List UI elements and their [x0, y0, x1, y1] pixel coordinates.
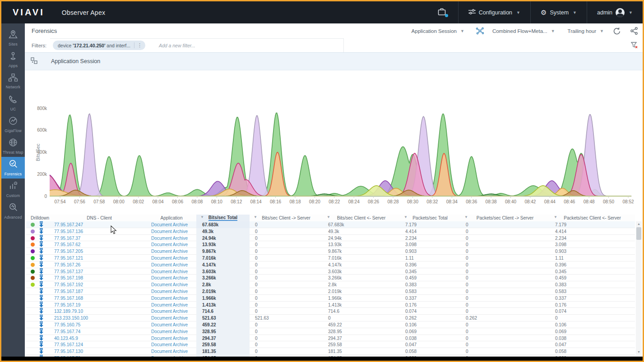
- application-link[interactable]: Document Archive: [147, 348, 196, 355]
- scroll-down-icon[interactable]: ▼: [636, 349, 642, 355]
- briefcase-button[interactable]: [426, 1, 458, 23]
- area-chart[interactable]: Bits/Sec0200k400k600k800k07:5407:5607:58…: [26, 69, 636, 210]
- dns-client-link[interactable]: 77.95.167.168: [52, 295, 147, 302]
- table-row[interactable]: 77.95.167.168Document Archive1.966k01.96…: [26, 295, 635, 302]
- drilldown-icon[interactable]: [39, 268, 44, 275]
- table-row[interactable]: 77.95.167.198Document Archive3.266k03.26…: [26, 275, 635, 281]
- drilldown-icon[interactable]: [39, 302, 44, 308]
- drilldown-icon[interactable]: [39, 348, 44, 355]
- table-row[interactable]: 132.189.79.10Document Archive714.60714.6…: [26, 308, 635, 315]
- table-row[interactable]: 213.233.150.100Document Archive521.63521…: [26, 315, 635, 321]
- sidebar-item-advanced[interactable]: Advanced: [1, 200, 25, 222]
- table-row[interactable]: 77.95.167.26Document Archive4.147k04.147…: [26, 261, 635, 268]
- column-menu-icon[interactable]: ▼: [254, 215, 257, 219]
- drilldown-icon[interactable]: [39, 308, 44, 315]
- drilldown-icon[interactable]: [39, 321, 44, 328]
- dns-client-link[interactable]: 77.95.167.74: [52, 328, 147, 335]
- share-icon[interactable]: [629, 26, 639, 36]
- application-link[interactable]: Document Archive: [147, 228, 196, 235]
- application-link[interactable]: Document Archive: [147, 302, 196, 308]
- dns-client-link[interactable]: 213.233.150.100: [52, 315, 147, 321]
- column-header-bits-sec-total[interactable]: ▼Bits/sec Total: [196, 215, 250, 221]
- dns-client-link[interactable]: 77.95.167.121: [52, 255, 147, 261]
- table-row[interactable]: 77.95.167.74Document Archive328.950328.9…: [26, 328, 635, 335]
- application-link[interactable]: Document Archive: [147, 268, 196, 275]
- drilldown-icon[interactable]: [39, 235, 44, 242]
- dns-client-link[interactable]: 77.95.167.124: [52, 341, 147, 348]
- dns-client-link[interactable]: 77.95.167.37: [52, 235, 147, 242]
- column-header-bits-sec-client-server[interactable]: ▼Bits/sec Client -> Server: [250, 215, 323, 221]
- sidebar-item-gigaflow[interactable]: GigaFlow: [1, 114, 25, 135]
- sidebar-item-threat-map[interactable]: Threat Map: [1, 135, 25, 157]
- dns-client-link[interactable]: 40.123.45.9: [52, 335, 147, 342]
- dns-client-link[interactable]: 77.95.167.192: [52, 281, 147, 288]
- dns-client-link[interactable]: 77.95.167.26: [52, 261, 147, 268]
- drilldown-icon[interactable]: [39, 288, 44, 295]
- sidebar-item-custom[interactable]: Custom: [1, 179, 25, 200]
- dns-client-link[interactable]: 77.95.167.19: [52, 302, 147, 308]
- application-link[interactable]: Document Archive: [147, 261, 196, 268]
- sidebar-item-network[interactable]: Network: [1, 70, 25, 92]
- table-row[interactable]: 77.95.167.124Document Archive259.580259.…: [26, 341, 635, 348]
- kebab-menu-icon[interactable]: ⋮: [137, 42, 142, 48]
- refresh-icon[interactable]: [612, 26, 622, 36]
- column-menu-icon[interactable]: ▼: [327, 215, 330, 219]
- system-menu[interactable]: ⚙ System ▼: [531, 1, 587, 23]
- drilldown-icon[interactable]: [39, 328, 44, 335]
- application-link[interactable]: Document Archive: [147, 255, 196, 261]
- dns-client-link[interactable]: 77.95.160.75: [52, 321, 147, 328]
- scroll-up-icon[interactable]: ▲: [636, 221, 642, 227]
- dns-client-link[interactable]: 77.95.167.247: [52, 221, 147, 228]
- view-selector-dropdown[interactable]: Application Session ▼: [412, 28, 464, 34]
- column-menu-icon[interactable]: ▼: [464, 215, 468, 219]
- table-row[interactable]: 77.95.167.247Document Archive67.683k067.…: [26, 221, 635, 228]
- application-link[interactable]: Document Archive: [147, 335, 196, 342]
- drilldown-icon[interactable]: [39, 281, 44, 288]
- dns-client-link[interactable]: 77.95.167.62: [52, 241, 147, 248]
- table-row[interactable]: 77.95.167.136Document Archive49.3k049.3k…: [26, 228, 635, 235]
- sidebar-item-sites[interactable]: Sites: [1, 27, 25, 49]
- table-row[interactable]: 77.95.160.75Document Archive459.220459.2…: [26, 321, 635, 328]
- dns-client-link[interactable]: 132.189.79.10: [52, 308, 147, 315]
- column-menu-icon[interactable]: ▼: [404, 215, 408, 219]
- application-link[interactable]: Document Archive: [147, 328, 196, 335]
- drilldown-icon[interactable]: [39, 255, 44, 261]
- sidebar-item-apps[interactable]: Apps: [1, 49, 25, 70]
- table-row[interactable]: 77.95.167.130Document Archive181.350181.…: [26, 348, 635, 355]
- table-row[interactable]: 77.95.167.205Document Archive9.867k09.86…: [26, 248, 635, 255]
- column-header-drilldown[interactable]: Drilldown: [26, 215, 52, 221]
- configuration-menu[interactable]: Configuration ▼: [459, 1, 530, 23]
- column-header-dns-client[interactable]: DNS - Client: [52, 215, 147, 221]
- drilldown-icon[interactable]: [39, 275, 44, 281]
- table-row[interactable]: 77.95.167.192Document Archive2.8k02.8k0.…: [26, 281, 635, 288]
- application-link[interactable]: Document Archive: [147, 341, 196, 348]
- table-row[interactable]: 77.95.167.37Document Archive24.94k024.94…: [26, 235, 635, 242]
- application-link[interactable]: Document Archive: [147, 295, 196, 302]
- table-row[interactable]: 77.95.167.62Document Archive13.93k013.93…: [26, 241, 635, 248]
- device-filter-chip[interactable]: device '172.21.40.250' and interf... ⋮: [53, 41, 145, 50]
- scrollbar-thumb[interactable]: [636, 227, 641, 240]
- dns-client-link[interactable]: 77.95.167.198: [52, 275, 147, 281]
- table-row[interactable]: 77.95.167.187Document Archive2.019k02.01…: [26, 288, 635, 295]
- user-menu[interactable]: admin ▼: [587, 1, 643, 23]
- application-link[interactable]: Document Archive: [147, 288, 196, 295]
- add-filter-input[interactable]: Add a new filter...: [159, 43, 195, 48]
- table-row[interactable]: 77.95.167.137Document Archive3.603k03.60…: [26, 268, 635, 275]
- drilldown-icon[interactable]: [39, 315, 44, 321]
- clear-filter-icon[interactable]: [630, 41, 638, 51]
- application-link[interactable]: Document Archive: [147, 315, 196, 321]
- column-menu-icon[interactable]: ▼: [554, 215, 557, 219]
- sidebar-item-forensics[interactable]: Forensics: [1, 157, 25, 179]
- column-header-packets-sec-total[interactable]: ▼Packets/sec Total: [400, 215, 460, 221]
- drilldown-icon[interactable]: [39, 248, 44, 255]
- sidebar-item-uc[interactable]: UC: [1, 92, 25, 114]
- table-row[interactable]: 77.95.167.121Document Archive7.016k07.01…: [26, 255, 635, 261]
- column-header-packets-sec-client-server[interactable]: ▼Packets/sec Client <- Server: [550, 215, 635, 221]
- application-link[interactable]: Document Archive: [147, 275, 196, 281]
- application-link[interactable]: Document Archive: [147, 308, 196, 315]
- drilldown-icon[interactable]: [39, 335, 44, 342]
- application-link[interactable]: Document Archive: [147, 235, 196, 242]
- application-link[interactable]: Document Archive: [147, 321, 196, 328]
- dns-client-link[interactable]: 77.95.167.187: [52, 288, 147, 295]
- dns-client-link[interactable]: 77.95.167.137: [52, 268, 147, 275]
